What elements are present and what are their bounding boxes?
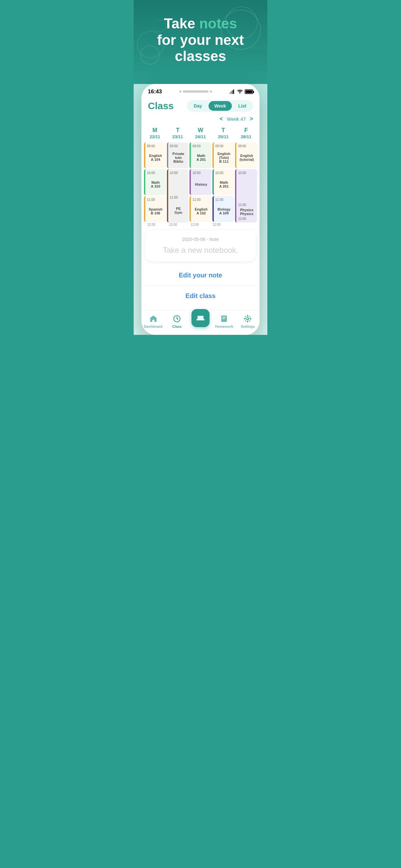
- class-name: English(Tuto)B 111: [215, 149, 233, 166]
- tab-dashboard[interactable]: Dashboard: [142, 314, 165, 329]
- end-time-fri: [234, 223, 254, 226]
- class-end-time: 11:00: [170, 196, 187, 199]
- note-card: 2020-05-06 - Note Take a new notebook.: [145, 230, 256, 261]
- thursday-header: T 25/11: [212, 126, 235, 143]
- class-name: MathA 201: [215, 176, 233, 193]
- friday-column: F 26/11 09:00 English(tutorial) 10:00 11…: [235, 126, 257, 223]
- friday-date: 26/11: [235, 134, 257, 139]
- svg-rect-7: [222, 318, 225, 319]
- class-tab-label: Class: [172, 324, 181, 329]
- class-block[interactable]: 10:00 MathA 201: [212, 169, 235, 195]
- edit-class-button[interactable]: Edit class: [145, 286, 256, 306]
- svg-rect-6: [222, 317, 226, 317]
- class-time-2: 11:00: [238, 203, 255, 207]
- status-time: 16:43: [148, 89, 162, 95]
- thursday-column: T 25/11 09:00 English(Tuto)B 111 10:00 M…: [212, 126, 235, 223]
- class-block[interactable]: 09:00 English(tutorial): [235, 143, 257, 168]
- class-icon: [173, 314, 181, 323]
- class-name: [170, 176, 187, 196]
- tab-settings[interactable]: Settings: [236, 314, 259, 329]
- monday-date: 22/11: [144, 134, 166, 139]
- end-time-wed: 12:00: [190, 223, 211, 226]
- calendar-container: M 22/11 09:00 EnglishA 104 10:00 MathA 3…: [142, 126, 259, 230]
- app-title: Class: [148, 100, 174, 112]
- class-time: 11:00: [147, 198, 164, 202]
- calendar-grid: M 22/11 09:00 EnglishA 104 10:00 MathA 3…: [144, 126, 257, 223]
- svg-rect-3: [233, 89, 234, 94]
- view-day-button[interactable]: Day: [188, 101, 208, 111]
- settings-icon: [243, 314, 252, 323]
- tuesday-header: T 23/11: [167, 126, 189, 143]
- wednesday-header: W 24/11: [189, 126, 212, 143]
- class-block[interactable]: 10:00 MathA 310: [144, 169, 166, 195]
- class-block[interactable]: 10:00 11:00 PEGym: [167, 169, 189, 222]
- class-block[interactable]: 10:00 History: [189, 169, 212, 195]
- end-time-thu: 12:00: [212, 223, 233, 226]
- view-toggle[interactable]: Day Week List: [187, 100, 253, 112]
- bottom-time-row: 12:00 12:00 12:00 12:00: [144, 223, 257, 230]
- svg-point-8: [247, 318, 249, 320]
- monday-header: M 22/11: [144, 126, 166, 143]
- status-bar: 16:43: [142, 84, 259, 97]
- tuesday-letter: T: [167, 127, 189, 134]
- tuesday-column: T 23/11 09:00 Private tutoBiblio 10:00 1…: [167, 126, 189, 223]
- end-time-tue: 12:00: [168, 223, 189, 226]
- class-name: History: [192, 176, 210, 193]
- class-block[interactable]: 09:00 EnglishA 104: [144, 143, 166, 168]
- class-time: 11:00: [215, 198, 233, 202]
- class-time: 09:00: [170, 144, 187, 148]
- class-time: 09:00: [147, 144, 164, 148]
- note-date: 2020-05-06 - Note: [152, 237, 249, 242]
- class-name: MathA 201: [192, 149, 210, 166]
- class-block[interactable]: 11:00 BiologyA 109: [212, 196, 235, 222]
- class-name: PEGym: [170, 200, 187, 221]
- svg-rect-0: [229, 92, 230, 94]
- tab-class[interactable]: Class: [165, 314, 189, 329]
- prev-week-button[interactable]: <: [220, 116, 223, 122]
- notch-dot-2: [210, 90, 212, 93]
- next-week-button[interactable]: >: [250, 116, 253, 122]
- settings-tab-label: Settings: [241, 324, 255, 329]
- signal-icon: [229, 89, 235, 94]
- class-name: Private tutoBiblio: [170, 149, 187, 166]
- class-name: SpanishB 106: [147, 203, 164, 220]
- class-time: 10:00: [238, 171, 255, 175]
- thursday-letter: T: [212, 127, 235, 134]
- wednesday-letter: W: [189, 127, 212, 134]
- class-time: 10:00: [192, 171, 210, 175]
- view-week-button[interactable]: Week: [209, 101, 232, 111]
- class-time: 09:00: [192, 144, 210, 148]
- class-name: EnglishA 102: [192, 203, 210, 220]
- class-name: [238, 176, 255, 203]
- class-block[interactable]: 10:00 11:00 PhysicsPhysics 12:00: [235, 169, 257, 222]
- tab-center[interactable]: [189, 315, 212, 327]
- class-block[interactable]: 09:00 Private tutoBiblio: [167, 143, 189, 168]
- class-block[interactable]: 09:00 English(Tuto)B 111: [212, 143, 235, 168]
- class-name: BiologyA 109: [215, 203, 233, 220]
- class-name-2: PhysicsPhysics: [238, 208, 255, 216]
- notch-dot-1: [179, 90, 181, 93]
- class-block[interactable]: 11:00 SpanishB 106: [144, 196, 166, 222]
- center-action-button[interactable]: [191, 309, 210, 327]
- notch-area: [179, 90, 212, 93]
- homework-icon: [220, 314, 228, 323]
- svg-rect-1: [230, 91, 232, 94]
- thursday-date: 25/11: [212, 134, 235, 139]
- tuesday-date: 23/11: [167, 134, 189, 139]
- homework-tab-label: Homework: [215, 324, 233, 329]
- dashboard-icon: [149, 314, 158, 323]
- class-time: 10:00: [170, 171, 187, 175]
- class-time: 11:00: [192, 198, 210, 202]
- class-block[interactable]: 09:00 MathA 201: [189, 143, 212, 168]
- tab-bar: Dashboard Class: [142, 310, 259, 335]
- wifi-icon: [237, 89, 243, 94]
- view-list-button[interactable]: List: [233, 101, 252, 111]
- tab-homework[interactable]: Homework: [212, 314, 236, 329]
- monday-letter: M: [144, 127, 166, 134]
- class-block[interactable]: 11:00 EnglishA 102: [189, 196, 212, 222]
- notch-bar: [183, 90, 209, 93]
- edit-note-button[interactable]: Edit your note: [145, 265, 256, 286]
- svg-rect-2: [232, 90, 233, 94]
- action-section: Edit your note Edit class: [145, 265, 256, 306]
- wednesday-date: 24/11: [189, 134, 212, 139]
